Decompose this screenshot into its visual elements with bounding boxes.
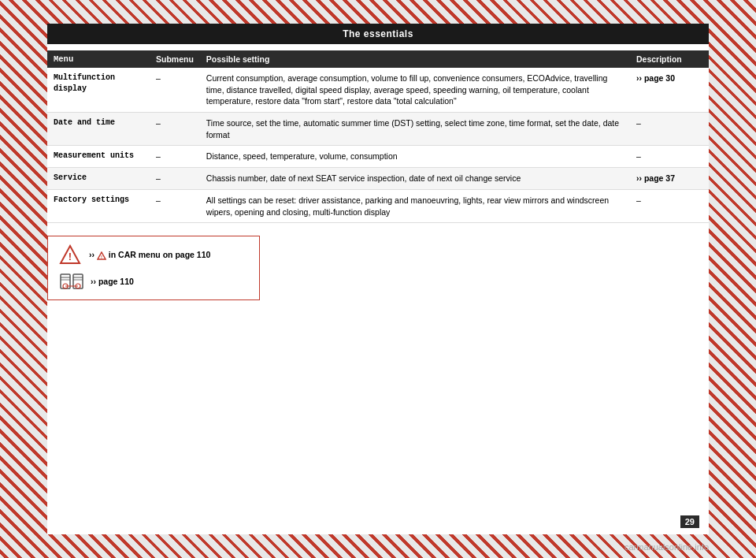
cell-submenu: – bbox=[150, 146, 200, 168]
cell-possible: Chassis number, date of next SEAT servic… bbox=[200, 168, 630, 190]
cell-submenu: – bbox=[150, 113, 200, 146]
book-icon bbox=[59, 271, 84, 292]
col-header-menu: Menu bbox=[47, 50, 150, 68]
notice-row-1: ! ›› ! in CAR menu on page 110 bbox=[59, 244, 248, 265]
notice-text-1: ›› ! in CAR menu on page 110 bbox=[89, 250, 210, 260]
cell-submenu: – bbox=[150, 168, 200, 190]
cell-menu: Date and time bbox=[47, 113, 150, 146]
svg-text:!: ! bbox=[101, 255, 102, 259]
cell-description: ›› page 30 bbox=[630, 68, 709, 113]
notice-box: ! ›› ! in CAR menu on page 110 ›› page 1… bbox=[47, 236, 260, 300]
main-table: Menu Submenu Possible setting Descriptio… bbox=[47, 50, 709, 223]
cell-description: – bbox=[630, 113, 709, 146]
notice-text-2: ›› page 110 bbox=[91, 277, 134, 286]
page-number: 29 bbox=[680, 515, 699, 528]
cell-possible: Distance, speed, temperature, volume, co… bbox=[200, 146, 630, 168]
page-content: The essentials Menu Submenu Possible set… bbox=[47, 24, 709, 534]
col-header-submenu: Submenu bbox=[150, 50, 200, 68]
cell-description: ›› page 37 bbox=[630, 168, 709, 190]
cell-submenu: – bbox=[150, 189, 200, 222]
cell-menu: Factory settings bbox=[47, 189, 150, 222]
table-row: Multifunctiondisplay – Current consumpti… bbox=[47, 68, 709, 113]
cell-submenu: – bbox=[150, 68, 200, 113]
watermark: carmanualsonline.info bbox=[624, 542, 709, 552]
cell-possible: All settings can be reset: driver assist… bbox=[200, 189, 630, 222]
cell-possible: Time source, set the time, automatic sum… bbox=[200, 113, 630, 146]
warning-icon: ! bbox=[59, 244, 81, 265]
page-header: The essentials bbox=[47, 24, 709, 44]
cell-possible: Current consumption, average consumption… bbox=[200, 68, 630, 113]
col-header-description: Description bbox=[630, 50, 709, 68]
table-row: Service – Chassis number, date of next S… bbox=[47, 168, 709, 190]
page-title: The essentials bbox=[343, 28, 413, 39]
table-row: Measurement units – Distance, speed, tem… bbox=[47, 146, 709, 168]
cell-menu: Measurement units bbox=[47, 146, 150, 168]
cell-description: – bbox=[630, 146, 709, 168]
notice-row-2: ›› page 110 bbox=[59, 271, 248, 292]
cell-menu: Multifunctiondisplay bbox=[47, 68, 150, 113]
cell-menu: Service bbox=[47, 168, 150, 190]
table-header-row: Menu Submenu Possible setting Descriptio… bbox=[47, 50, 709, 68]
table-row: Date and time – Time source, set the tim… bbox=[47, 113, 709, 146]
cell-description: – bbox=[630, 189, 709, 222]
col-header-possible: Possible setting bbox=[200, 50, 630, 68]
table-row: Factory settings – All settings can be r… bbox=[47, 189, 709, 222]
svg-text:!: ! bbox=[69, 251, 72, 262]
